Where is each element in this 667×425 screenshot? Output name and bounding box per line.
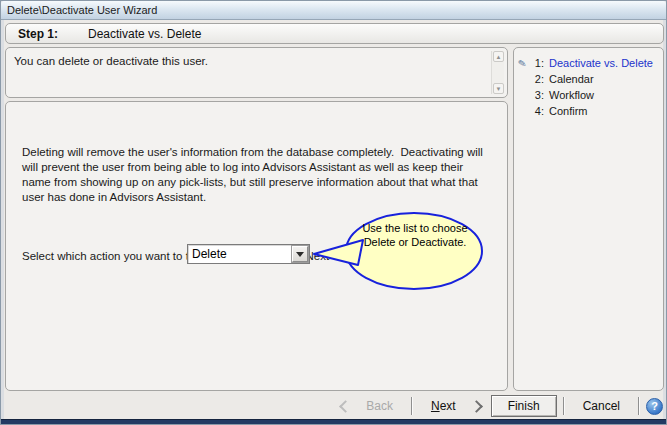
description-paragraph: Deleting will remove the user's informat… [22, 145, 494, 205]
action-select-value[interactable]: Delete [192, 245, 291, 263]
separator [638, 397, 640, 415]
question-icon: ? [651, 400, 658, 412]
steps-panel: ✎ 1: Deactivate vs. Delete 2: Calendar 3… [513, 47, 664, 391]
instruction-text: You can delete or deactivate this user. [14, 55, 485, 67]
instruction-panel: You can delete or deactivate this user. … [5, 47, 508, 98]
window-title: Delete\Deactivate User Wizard [7, 4, 157, 16]
step-number-label: Step 1: [18, 27, 58, 41]
step-item-number: 4: [530, 105, 544, 117]
separator [563, 397, 565, 415]
separator [411, 397, 413, 415]
step-item-confirm[interactable]: 4: Confirm [514, 103, 663, 119]
step-item-number: 1: [530, 57, 544, 69]
title-bar[interactable]: Delete\Deactivate User Wizard [1, 1, 666, 20]
footer-bar: Back Next Finish Cancel ? [2, 393, 665, 419]
pencil-icon: ✎ [514, 58, 530, 69]
action-select[interactable]: Delete [187, 244, 310, 264]
steps-list: ✎ 1: Deactivate vs. Delete 2: Calendar 3… [514, 48, 663, 119]
finish-button[interactable]: Finish [491, 395, 557, 417]
next-button[interactable]: Next [415, 399, 472, 413]
step-item-number: 3: [530, 89, 544, 101]
scroll-up-icon: ▲ [496, 54, 502, 60]
chevron-down-icon [296, 252, 304, 257]
step-item-label: Deactivate vs. Delete [549, 57, 653, 69]
step-item-number: 2: [530, 73, 544, 85]
scroll-up-button[interactable]: ▲ [493, 51, 504, 62]
cancel-button[interactable]: Cancel [567, 399, 636, 413]
step-title: Deactivate vs. Delete [88, 27, 201, 41]
callout-balloon [306, 206, 492, 298]
step-item-label: Confirm [549, 105, 588, 117]
step-item-calendar[interactable]: 2: Calendar [514, 71, 663, 87]
scroll-down-button[interactable]: ▼ [493, 83, 504, 94]
step-item-label: Workflow [549, 89, 594, 101]
help-button[interactable]: ? [646, 398, 663, 415]
step-header: Step 1: Deactivate vs. Delete [5, 23, 664, 44]
callout-text: Use the list to choose Delete or Deactiv… [361, 221, 469, 249]
next-chevron-icon [470, 400, 483, 413]
scrollbar[interactable]: ▲ ▼ [491, 51, 504, 94]
wizard-window: Delete\Deactivate User Wizard Step 1: De… [0, 0, 667, 425]
back-button[interactable]: Back [350, 399, 409, 413]
scroll-down-icon: ▼ [496, 86, 502, 92]
content-panel: Deleting will remove the user's informat… [5, 101, 508, 391]
bottom-strip [1, 419, 666, 424]
step-item-deactivate-vs-delete[interactable]: ✎ 1: Deactivate vs. Delete [514, 55, 663, 71]
step-item-workflow[interactable]: 3: Workflow [514, 87, 663, 103]
step-item-label: Calendar [549, 73, 594, 85]
